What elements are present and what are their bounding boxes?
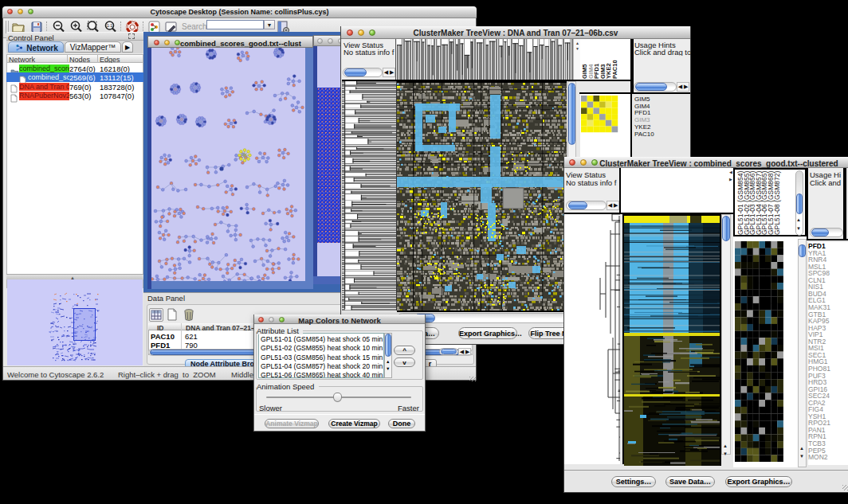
svg-text:1:1: 1:1	[107, 23, 112, 28]
